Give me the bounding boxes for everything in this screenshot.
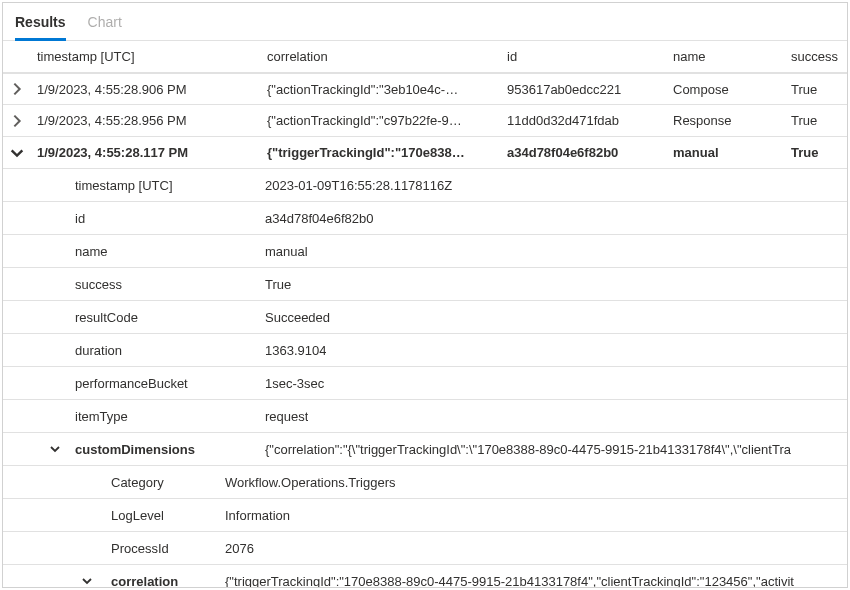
cell-success: True (785, 113, 847, 128)
col-name[interactable]: name (667, 49, 785, 64)
detail-key: duration (3, 343, 265, 358)
detail-value: Workflow.Operations.Triggers (225, 475, 847, 490)
collapse-row-icon[interactable] (3, 145, 31, 161)
cell-correlation: {"triggerTrackingId":"170e838… (261, 145, 501, 160)
detail-key: name (3, 244, 265, 259)
cell-id: 11dd0d32d471fdab (501, 113, 667, 128)
detail-value: Succeeded (265, 310, 330, 325)
detail-row: timestamp [UTC] 2023-01-09T16:55:28.1178… (3, 169, 847, 202)
detail-value: True (265, 277, 291, 292)
cell-success: True (785, 145, 847, 160)
detail-row-expandable[interactable]: correlation {"triggerTrackingId":"170e83… (3, 565, 847, 588)
correlation-text-post: ,"activit (752, 574, 793, 589)
detail-row: ProcessId 2076 (3, 532, 847, 565)
cell-timestamp: 1/9/2023, 4:55:28.906 PM (31, 82, 261, 97)
detail-key: customDimensions (75, 442, 265, 457)
detail-row: id a34d78f04e6f82b0 (3, 202, 847, 235)
col-timestamp[interactable]: timestamp [UTC] (31, 49, 261, 64)
collapse-icon[interactable] (3, 575, 111, 587)
detail-value: 1363.9104 (265, 343, 326, 358)
cell-name: manual (667, 145, 785, 160)
detail-row: Category Workflow.Operations.Triggers (3, 466, 847, 499)
detail-row: success True (3, 268, 847, 301)
detail-value-correlation: {"triggerTrackingId":"170e8388-89c0-4475… (225, 574, 847, 589)
detail-value: a34d78f04e6f82b0 (265, 211, 373, 226)
detail-key: id (3, 211, 265, 226)
detail-row: LogLevel Information (3, 499, 847, 532)
detail-row: resultCode Succeeded (3, 301, 847, 334)
cell-success: True (785, 82, 847, 97)
detail-value: Information (225, 508, 847, 523)
detail-key: success (3, 277, 265, 292)
detail-key: ProcessId (111, 541, 225, 556)
cell-id: 953617ab0edcc221 (501, 82, 667, 97)
col-correlation[interactable]: correlation (261, 49, 501, 64)
detail-key: resultCode (3, 310, 265, 325)
tabs: Results Chart (3, 3, 847, 41)
detail-value: {"correlation":"{\"triggerTrackingId\":\… (265, 442, 847, 457)
correlation-text-pre: {"triggerTrackingId":"170e8388-89c0-4475… (225, 574, 596, 589)
cell-correlation: {"actionTrackingId":"3eb10e4c-… (261, 82, 501, 97)
detail-row: duration 1363.9104 (3, 334, 847, 367)
collapse-icon[interactable] (3, 443, 75, 455)
detail-row: performanceBucket 1sec-3sec (3, 367, 847, 400)
tab-chart[interactable]: Chart (88, 3, 122, 40)
correlation-highlight: "clientTrackingId":"123456" (596, 574, 752, 589)
table-row-expanded[interactable]: 1/9/2023, 4:55:28.117 PM {"triggerTracki… (3, 137, 847, 169)
tab-results[interactable]: Results (15, 3, 66, 40)
col-success[interactable]: success (785, 49, 847, 64)
col-id[interactable]: id (501, 49, 667, 64)
cell-timestamp: 1/9/2023, 4:55:28.117 PM (31, 145, 261, 160)
detail-row-expandable[interactable]: customDimensions {"correlation":"{\"trig… (3, 433, 847, 466)
expand-row-icon[interactable] (3, 81, 31, 97)
detail-key: correlation (111, 574, 225, 589)
detail-row: name manual (3, 235, 847, 268)
cell-id: a34d78f04e6f82b0 (501, 145, 667, 160)
detail-key: performanceBucket (3, 376, 265, 391)
detail-value: 2076 (225, 541, 847, 556)
detail-key: LogLevel (111, 508, 225, 523)
detail-value: 2023-01-09T16:55:28.1178116Z (265, 178, 452, 193)
cell-timestamp: 1/9/2023, 4:55:28.956 PM (31, 113, 261, 128)
detail-value: request (265, 409, 308, 424)
table-row[interactable]: 1/9/2023, 4:55:28.956 PM {"actionTrackin… (3, 105, 847, 137)
cell-name: Compose (667, 82, 785, 97)
results-panel: Results Chart timestamp [UTC] correlatio… (2, 2, 848, 588)
cell-name: Response (667, 113, 785, 128)
column-headers: timestamp [UTC] correlation id name succ… (3, 41, 847, 73)
detail-row: itemType request (3, 400, 847, 433)
table-row[interactable]: 1/9/2023, 4:55:28.906 PM {"actionTrackin… (3, 73, 847, 105)
expand-row-icon[interactable] (3, 113, 31, 129)
detail-key: Category (111, 475, 225, 490)
detail-key: timestamp [UTC] (3, 178, 265, 193)
detail-value: 1sec-3sec (265, 376, 324, 391)
detail-key: itemType (3, 409, 265, 424)
detail-value: manual (265, 244, 308, 259)
cell-correlation: {"actionTrackingId":"c97b22fe-9… (261, 113, 501, 128)
